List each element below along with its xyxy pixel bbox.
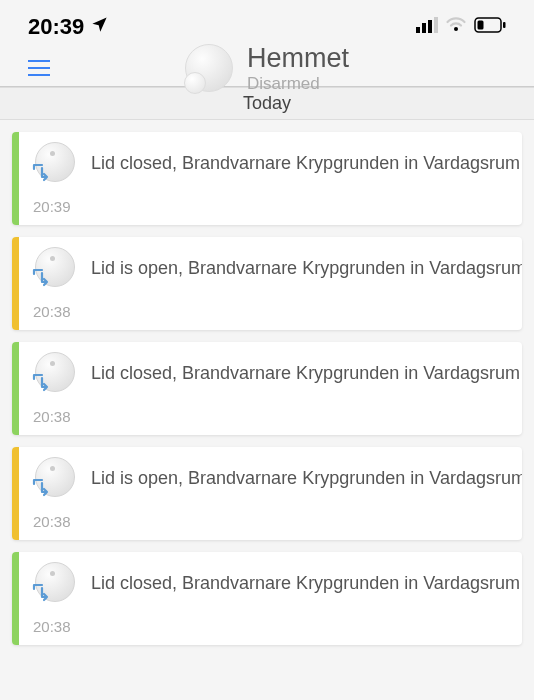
event-content: Lid closed, Brandvarnare Krypgrunden in … xyxy=(19,132,522,225)
battery-icon xyxy=(474,17,506,37)
event-time: 20:39 xyxy=(33,198,520,215)
event-message: Lid is open, Brandvarnare Krypgrunden in… xyxy=(91,257,522,280)
home-device-icon xyxy=(185,44,233,92)
svg-rect-1 xyxy=(422,23,426,33)
event-icon-wrap xyxy=(33,142,77,186)
app-header: Hemmet Disarmed xyxy=(0,50,534,87)
event-status-stripe xyxy=(12,342,19,435)
event-message: Lid closed, Brandvarnare Krypgrunden in … xyxy=(91,152,520,175)
lid-activity-icon xyxy=(31,582,51,606)
location-arrow-icon xyxy=(90,14,109,40)
event-icon-wrap xyxy=(33,457,77,501)
svg-rect-2 xyxy=(428,20,432,33)
status-right xyxy=(416,17,506,37)
lid-activity-icon xyxy=(31,477,51,501)
wifi-icon xyxy=(445,17,467,37)
event-status-stripe xyxy=(12,447,19,540)
event-top-row: Lid is open, Brandvarnare Krypgrunden in… xyxy=(33,247,522,291)
event-top-row: Lid is open, Brandvarnare Krypgrunden in… xyxy=(33,457,522,501)
home-title: Hemmet xyxy=(247,43,349,74)
event-message: Lid closed, Brandvarnare Krypgrunden in … xyxy=(91,362,520,385)
event-top-row: Lid closed, Brandvarnare Krypgrunden in … xyxy=(33,352,520,396)
event-content: Lid is open, Brandvarnare Krypgrunden in… xyxy=(19,447,522,540)
lid-activity-icon xyxy=(31,162,51,186)
event-time: 20:38 xyxy=(33,618,520,635)
event-status-stripe xyxy=(12,132,19,225)
arm-status: Disarmed xyxy=(247,74,349,94)
lid-activity-icon xyxy=(31,372,51,396)
event-card[interactable]: Lid closed, Brandvarnare Krypgrunden in … xyxy=(12,552,522,645)
event-message: Lid closed, Brandvarnare Krypgrunden in … xyxy=(91,572,520,595)
event-card[interactable]: Lid closed, Brandvarnare Krypgrunden in … xyxy=(12,342,522,435)
event-top-row: Lid closed, Brandvarnare Krypgrunden in … xyxy=(33,562,520,606)
hamburger-menu-icon[interactable] xyxy=(28,60,50,76)
event-time: 20:38 xyxy=(33,513,522,530)
event-icon-wrap xyxy=(33,352,77,396)
event-content: Lid closed, Brandvarnare Krypgrunden in … xyxy=(19,342,522,435)
header-text: Hemmet Disarmed xyxy=(247,43,349,94)
cellular-signal-icon xyxy=(416,17,438,37)
lid-activity-icon xyxy=(31,267,51,291)
event-card[interactable]: Lid is open, Brandvarnare Krypgrunden in… xyxy=(12,237,522,330)
svg-rect-0 xyxy=(416,27,420,33)
event-icon-wrap xyxy=(33,247,77,291)
event-card[interactable]: Lid closed, Brandvarnare Krypgrunden in … xyxy=(12,132,522,225)
svg-rect-3 xyxy=(434,17,438,33)
event-time: 20:38 xyxy=(33,303,522,320)
event-top-row: Lid closed, Brandvarnare Krypgrunden in … xyxy=(33,142,520,186)
status-time: 20:39 xyxy=(28,14,84,40)
event-icon-wrap xyxy=(33,562,77,606)
event-status-stripe xyxy=(12,552,19,645)
event-card[interactable]: Lid is open, Brandvarnare Krypgrunden in… xyxy=(12,447,522,540)
status-left: 20:39 xyxy=(28,14,109,40)
event-status-stripe xyxy=(12,237,19,330)
event-content: Lid closed, Brandvarnare Krypgrunden in … xyxy=(19,552,522,645)
event-time: 20:38 xyxy=(33,408,520,425)
svg-rect-6 xyxy=(503,22,506,28)
header-center[interactable]: Hemmet Disarmed xyxy=(185,43,349,94)
event-message: Lid is open, Brandvarnare Krypgrunden in… xyxy=(91,467,522,490)
events-list[interactable]: Lid closed, Brandvarnare Krypgrunden in … xyxy=(0,120,534,657)
event-content: Lid is open, Brandvarnare Krypgrunden in… xyxy=(19,237,522,330)
svg-rect-5 xyxy=(478,21,484,30)
